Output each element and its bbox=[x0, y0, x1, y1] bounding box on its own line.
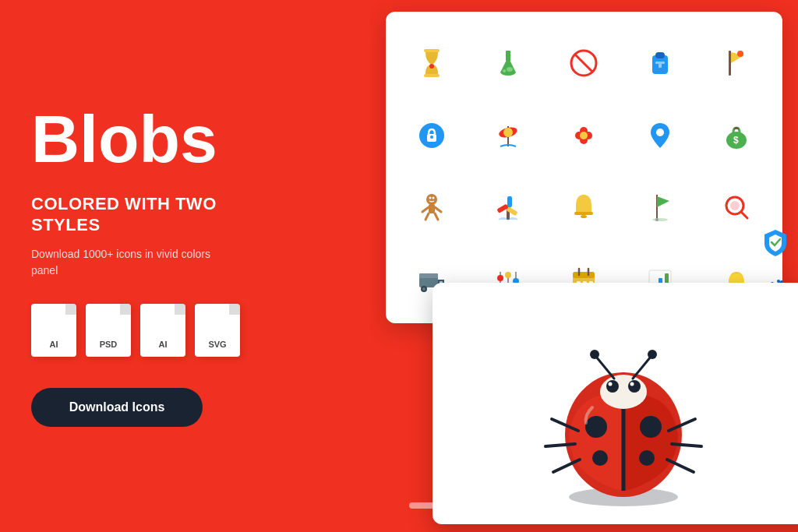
icon-windmill bbox=[489, 188, 528, 227]
icon-shield bbox=[759, 226, 792, 259]
svg-line-30 bbox=[422, 207, 429, 212]
svg-point-42 bbox=[581, 215, 587, 218]
svg-point-94 bbox=[592, 450, 608, 466]
svg-point-86 bbox=[608, 382, 612, 386]
icon-no-sign bbox=[564, 44, 603, 83]
svg-rect-38 bbox=[507, 196, 512, 207]
svg-rect-1 bbox=[424, 74, 440, 77]
svg-rect-3 bbox=[506, 51, 510, 62]
icon-hourglass bbox=[412, 44, 451, 83]
svg-point-13 bbox=[737, 51, 743, 57]
svg-line-88 bbox=[596, 357, 614, 379]
svg-rect-11 bbox=[659, 62, 662, 68]
svg-point-34 bbox=[429, 197, 431, 199]
format-badge-ai1: AI bbox=[31, 304, 76, 357]
svg-line-32 bbox=[425, 213, 429, 220]
icon-gingerbread bbox=[412, 188, 451, 227]
svg-line-47 bbox=[741, 212, 747, 218]
icon-beach bbox=[489, 116, 528, 155]
icon-flask bbox=[489, 44, 528, 83]
svg-point-28 bbox=[426, 194, 437, 205]
svg-point-35 bbox=[432, 197, 434, 199]
subtitle: COLORED WITH TWOSTYLES bbox=[31, 194, 339, 235]
svg-rect-0 bbox=[424, 49, 440, 52]
svg-point-87 bbox=[630, 382, 634, 386]
svg-point-48 bbox=[730, 201, 740, 210]
svg-point-83 bbox=[600, 375, 647, 409]
left-panel: Blobs COLORED WITH TWOSTYLES Download 10… bbox=[0, 0, 370, 532]
ladybug-illustration bbox=[522, 294, 725, 513]
svg-point-92 bbox=[585, 416, 607, 438]
svg-point-89 bbox=[590, 350, 599, 359]
svg-line-90 bbox=[633, 357, 651, 379]
icon-flag-tools bbox=[717, 44, 756, 83]
svg-rect-9 bbox=[655, 52, 665, 58]
main-title: Blobs bbox=[31, 105, 339, 172]
format-label-ai1: AI bbox=[50, 340, 58, 349]
icon-flower bbox=[564, 116, 603, 155]
svg-point-93 bbox=[640, 416, 662, 438]
icons-grid-card: $ bbox=[386, 12, 782, 323]
svg-line-33 bbox=[435, 213, 438, 220]
icon-location-pin bbox=[641, 116, 680, 155]
icon-search bbox=[717, 188, 756, 227]
format-badge-ai2: AI bbox=[140, 304, 185, 357]
download-button[interactable]: Download Icons bbox=[31, 388, 203, 427]
icon-lock-blue bbox=[412, 116, 451, 155]
svg-point-84 bbox=[606, 380, 619, 393]
svg-text:$: $ bbox=[733, 135, 739, 146]
icon-backpack bbox=[641, 44, 680, 83]
svg-point-60 bbox=[505, 272, 511, 278]
svg-point-25 bbox=[656, 129, 664, 136]
svg-point-52 bbox=[422, 287, 425, 291]
file-formats-row: AI PSD AI SVG bbox=[31, 304, 339, 357]
format-label-svg: SVG bbox=[208, 340, 226, 349]
svg-point-24 bbox=[580, 132, 588, 139]
format-label-ai2: AI bbox=[159, 340, 168, 349]
svg-point-44 bbox=[652, 218, 668, 221]
svg-rect-29 bbox=[429, 204, 435, 213]
svg-point-16 bbox=[430, 136, 433, 139]
svg-point-2 bbox=[429, 64, 434, 69]
svg-rect-55 bbox=[419, 273, 438, 278]
svg-point-85 bbox=[628, 380, 641, 393]
scroll-indicator bbox=[409, 502, 471, 509]
icon-flag-golf bbox=[641, 188, 680, 227]
svg-rect-41 bbox=[574, 212, 593, 215]
svg-point-45 bbox=[655, 218, 659, 221]
svg-point-95 bbox=[639, 450, 655, 466]
format-label-psd: PSD bbox=[100, 340, 118, 349]
format-badge-svg: SVG bbox=[195, 304, 240, 357]
svg-line-31 bbox=[435, 207, 441, 212]
icon-bell bbox=[564, 188, 603, 227]
svg-point-91 bbox=[648, 350, 657, 359]
format-badge-psd: PSD bbox=[86, 304, 131, 357]
description: Download 1000+ icons in vivid colorspane… bbox=[31, 246, 339, 279]
svg-rect-63 bbox=[573, 272, 595, 278]
svg-point-4 bbox=[507, 67, 513, 72]
svg-point-59 bbox=[497, 275, 503, 281]
right-panel: $ bbox=[370, 0, 798, 532]
ladybug-card bbox=[433, 283, 798, 524]
svg-point-5 bbox=[503, 69, 506, 72]
svg-rect-12 bbox=[729, 51, 731, 76]
icon-money-bag: $ bbox=[717, 116, 756, 155]
